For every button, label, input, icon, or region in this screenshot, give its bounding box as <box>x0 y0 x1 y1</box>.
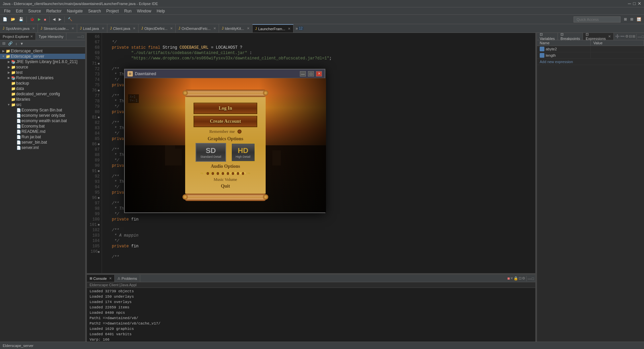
sidebar-filter-btn[interactable]: ▼ <box>19 41 25 46</box>
menu-help[interactable]: Help <box>154 8 168 14</box>
tree-item-server-iml[interactable]: 📄 server.iml <box>0 145 85 150</box>
tree-item-dedicated-server-config[interactable]: 📁 dedicated_server_config <box>0 91 85 97</box>
console-min-btn[interactable]: — <box>528 277 531 281</box>
audio-slider[interactable] <box>205 172 246 174</box>
tree-item-elderscape-server[interactable]: ▼ 📁 Elderscape_server <box>0 54 85 59</box>
run-btn[interactable]: ▶ <box>37 16 42 22</box>
console-output[interactable]: Loaded 32739 objects Loaded 150 underlay… <box>87 288 535 342</box>
stop-btn[interactable]: ■ <box>43 17 48 22</box>
tab-expressions[interactable]: ⊡ Expressions ✕ <box>583 33 614 40</box>
remember-me-toggle[interactable] <box>237 130 241 134</box>
tab-project-explorer[interactable]: Project Explorer ✕ <box>0 33 36 40</box>
menu-file[interactable]: File <box>1 8 13 14</box>
tree-item-backup[interactable]: 📁 backup <box>0 81 85 86</box>
menu-search[interactable]: Search <box>86 8 104 14</box>
hd-btn[interactable]: HD High Detail <box>231 143 255 162</box>
tab-identitykit[interactable]: J IdentityKit... ✕ <box>219 24 252 33</box>
maximize-btn[interactable]: □ <box>633 1 636 6</box>
menu-project[interactable]: Project <box>104 8 121 14</box>
open-perspective-btn[interactable]: ⊞ <box>629 16 635 22</box>
right-add-btn[interactable]: ➕ <box>615 34 620 39</box>
right-settings-btn[interactable]: ⚙ <box>625 34 629 39</box>
console-max-btn[interactable]: □ <box>532 277 534 281</box>
login-button[interactable]: Log In <box>194 103 257 114</box>
tab-client[interactable]: J Client.java ✕ <box>107 24 139 33</box>
vars-row-length[interactable]: length <box>537 52 644 59</box>
tab-type-hierarchy[interactable]: Type Hierarchy <box>36 33 66 40</box>
tab-spotanim-close[interactable]: ✕ <box>32 27 35 30</box>
tree-item-src[interactable]: ▼ 📁 src <box>0 102 85 107</box>
window-btn[interactable]: 🪟 <box>635 16 643 22</box>
close-btn[interactable]: ✕ <box>638 1 641 6</box>
sync-btn[interactable]: ↕ <box>14 41 18 46</box>
menu-run[interactable]: Run <box>121 8 134 14</box>
create-account-button[interactable]: Create Account <box>194 116 257 127</box>
right-expand-btn[interactable]: ⊞ <box>632 34 635 39</box>
add-expression-row[interactable]: Add new expression <box>537 59 644 65</box>
tree-item-referenced-libraries[interactable]: ▶ 📚 Referenced Libraries <box>0 75 85 81</box>
new-btn[interactable]: 📄 <box>1 16 9 22</box>
tab-objectdefini[interactable]: J ObjectDefini... ✕ <box>139 24 176 33</box>
tree-item-test[interactable]: ▶ 📁 test <box>0 70 85 75</box>
tab-spotanim[interactable]: J SpotAnim.java ✕ <box>0 24 38 33</box>
sd-btn[interactable]: SD Standard Detail <box>196 143 226 162</box>
console-close[interactable]: ✕ <box>109 277 112 280</box>
tab-console[interactable]: ⊞ Console ✕ <box>87 275 115 282</box>
game-close-btn[interactable]: ✕ <box>316 71 322 77</box>
tab-overflow[interactable]: » 12 <box>293 24 306 33</box>
next-btn[interactable]: ▶ <box>57 16 63 22</box>
right-collapse-btn[interactable]: ⊟ <box>629 34 632 39</box>
debug-btn[interactable]: 🐞 <box>29 16 36 22</box>
quit-button[interactable]: Quit <box>209 184 242 189</box>
tab-identitykit-close[interactable]: ✕ <box>247 27 250 30</box>
console-clear-btn[interactable]: ✕ <box>510 276 513 281</box>
build-btn[interactable]: 🔨 <box>66 16 74 22</box>
console-settings-btn[interactable]: ⚙ <box>522 276 525 281</box>
collapse-all-btn[interactable]: ⊟ <box>1 41 6 46</box>
game-minimize-btn[interactable]: — <box>300 71 306 77</box>
quick-access-input[interactable] <box>574 16 621 22</box>
tab-objectdefini-close[interactable]: ✕ <box>170 27 173 30</box>
menu-edit[interactable]: Edit <box>13 8 25 14</box>
tree-item-libraries[interactable]: 📁 libraries <box>0 97 85 102</box>
add-expression-cell[interactable]: Add new expression <box>537 59 576 65</box>
tree-item-server-bin[interactable]: 📄 server_bin.bat <box>0 140 85 145</box>
save-btn[interactable]: 💾 <box>17 16 25 22</box>
tab-streamloader-close[interactable]: ✕ <box>71 27 74 30</box>
tree-item-economy-bat[interactable]: 📄 Economy.bat <box>0 123 85 129</box>
vars-row-abyte2[interactable]: abyte2 <box>537 46 644 52</box>
tree-item-source[interactable]: ▶ 📁 source <box>0 64 85 70</box>
console-filter-btn[interactable]: ⊡ <box>519 276 522 281</box>
tree-item-economy-scan[interactable]: 📄 Economy Scan Bin.bat <box>0 107 85 113</box>
tree-item-economy-server[interactable]: 📄 economy server only.bat <box>0 113 85 118</box>
tree-item-economy-wealth[interactable]: 📄 economy wealth scan.bat <box>0 118 85 123</box>
expressions-close[interactable]: ✕ <box>608 35 611 38</box>
sidebar-min-btn[interactable]: — <box>77 35 81 39</box>
tab-breakpoints[interactable]: ⊡ Breakpoints <box>558 33 583 40</box>
tab-launcherframe[interactable]: J LauncherFram... ✕ <box>253 24 294 33</box>
tree-item-jre[interactable]: ▶ 📚 JRE System Library [jre1.8.0_211] <box>0 59 85 64</box>
perspective-btn[interactable]: ⊞ <box>623 16 628 22</box>
tab-ondemandfetc-close[interactable]: ✕ <box>213 27 216 30</box>
right-remove-btn[interactable]: ➖ <box>620 34 625 39</box>
tab-load-close[interactable]: ✕ <box>102 27 104 30</box>
link-editor-btn[interactable]: 🔗 <box>7 41 14 46</box>
game-restore-btn[interactable]: □ <box>308 71 314 77</box>
menu-navigate[interactable]: Navigate <box>64 8 85 14</box>
tab-variables[interactable]: ⊡ Variables <box>537 33 558 40</box>
tab-problems[interactable]: ⚠ Problems <box>115 275 140 282</box>
menu-refactor[interactable]: Refactor <box>44 8 64 14</box>
open-btn[interactable]: 📂 <box>9 16 17 22</box>
prev-btn[interactable]: ◀ <box>51 16 57 22</box>
minimize-btn[interactable]: ─ <box>628 1 631 6</box>
tree-item-readme[interactable]: 📄 README.md <box>0 129 85 134</box>
right-max-btn[interactable]: □ <box>642 35 644 39</box>
tree-item-run-jar[interactable]: 📄 Run jar.bat <box>0 134 85 140</box>
sidebar-max-btn[interactable]: □ <box>82 35 84 39</box>
right-min-btn[interactable]: — <box>638 35 641 39</box>
menu-source[interactable]: Source <box>25 8 44 14</box>
tab-load[interactable]: J Load.java ✕ <box>77 24 107 33</box>
tab-launcherframe-close[interactable]: ✕ <box>288 27 290 31</box>
tree-item-data[interactable]: 📁 data <box>0 86 85 91</box>
tab-streamloader[interactable]: J StreamLoade... ✕ <box>38 24 77 33</box>
